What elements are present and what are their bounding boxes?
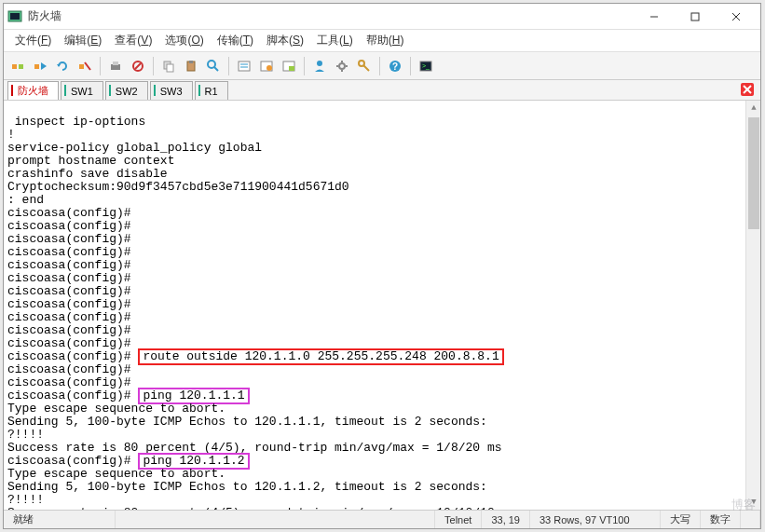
scrollbar[interactable]: ▲ ▼ bbox=[745, 101, 760, 510]
paste-icon[interactable] bbox=[181, 56, 201, 76]
terminal-icon[interactable]: >_ bbox=[416, 56, 436, 76]
reconnect-icon[interactable] bbox=[52, 56, 73, 76]
term-line: Type escape sequence to abort. bbox=[7, 467, 225, 481]
menu-tools[interactable]: 工具(L) bbox=[311, 30, 359, 51]
user-icon[interactable] bbox=[309, 56, 330, 76]
term-line: ciscoasa(config)# bbox=[7, 362, 131, 376]
status-caps: 大写 bbox=[661, 511, 701, 528]
toolbar-separator bbox=[228, 57, 229, 75]
toolbar-separator bbox=[379, 57, 380, 75]
connect-icon[interactable] bbox=[7, 56, 28, 76]
session-options-icon[interactable] bbox=[256, 56, 277, 76]
term-line: ciscoasa(config)# bbox=[7, 323, 131, 337]
term-line: ciscoasa(config)# bbox=[7, 310, 131, 324]
status-end bbox=[741, 511, 760, 528]
scrollbar-thumb[interactable] bbox=[748, 117, 759, 229]
statusbar: 就绪 Telnet 33, 19 33 Rows, 97 VT100 大写 数字 bbox=[4, 510, 760, 528]
svg-point-19 bbox=[208, 61, 215, 68]
term-line: crashinfo save disable bbox=[7, 167, 168, 181]
menu-transfer[interactable]: 传输(T) bbox=[212, 30, 259, 51]
cancel-icon[interactable] bbox=[128, 56, 148, 76]
term-line: ciscoasa(config)# bbox=[7, 336, 131, 350]
highlighted-route-command: route outside 120.1.1.0 255.255.255.248 … bbox=[138, 348, 503, 365]
tab-sw1[interactable]: SW1 bbox=[61, 81, 103, 100]
svg-rect-18 bbox=[189, 61, 193, 63]
minimize-button[interactable] bbox=[634, 4, 675, 30]
svg-point-29 bbox=[339, 63, 345, 69]
term-line: ciscoasa(config)# bbox=[7, 271, 131, 285]
menu-file[interactable]: 文件(F) bbox=[9, 30, 57, 51]
window-controls bbox=[634, 4, 757, 30]
menu-script[interactable]: 脚本(S) bbox=[261, 30, 309, 51]
term-prompt: ciscoasa(config)# bbox=[7, 349, 138, 363]
status-ready: 就绪 bbox=[4, 511, 116, 528]
term-line: ciscoasa(config)# bbox=[7, 297, 131, 311]
status-numlock: 数字 bbox=[701, 511, 741, 528]
copy-icon[interactable] bbox=[158, 56, 179, 76]
svg-rect-12 bbox=[113, 61, 118, 65]
settings-icon[interactable] bbox=[332, 56, 352, 76]
key-icon[interactable] bbox=[354, 56, 375, 76]
menu-help[interactable]: 帮助(H) bbox=[361, 30, 410, 51]
properties-icon[interactable] bbox=[234, 56, 254, 76]
titlebar[interactable]: 防火墙 bbox=[4, 4, 760, 30]
term-line: Type escape sequence to abort. bbox=[7, 402, 225, 416]
tab-sw2[interactable]: SW2 bbox=[105, 81, 148, 100]
tab-firewall[interactable]: 防火墙 bbox=[7, 81, 59, 100]
term-line: prompt hostname context bbox=[7, 154, 174, 168]
term-line: ciscoasa(config)# bbox=[7, 245, 131, 259]
status-cursor-pos: 33, 19 bbox=[482, 511, 530, 528]
term-line: ciscoasa(config)# bbox=[7, 219, 131, 233]
disconnect-icon[interactable] bbox=[75, 56, 95, 76]
term-prompt: ciscoasa(config)# bbox=[7, 389, 138, 402]
maximize-button[interactable] bbox=[675, 4, 716, 30]
find-icon[interactable] bbox=[203, 56, 224, 76]
toolbar-separator bbox=[304, 57, 305, 75]
close-tab-icon[interactable] bbox=[740, 82, 755, 97]
global-options-icon[interactable] bbox=[279, 56, 299, 76]
menubar: 文件(F) 编辑(E) 查看(V) 选项(O) 传输(T) 脚本(S) 工具(L… bbox=[4, 30, 760, 52]
svg-rect-6 bbox=[12, 64, 17, 69]
svg-rect-16 bbox=[167, 64, 173, 72]
status-protocol: Telnet bbox=[435, 511, 482, 528]
term-line: Sending 5, 100-byte ICMP Echos to 120.1.… bbox=[7, 415, 487, 429]
term-prompt: ciscoasa(config)# bbox=[7, 454, 138, 468]
tab-sw3[interactable]: SW3 bbox=[150, 81, 193, 100]
term-line: Success rate is 80 percent (4/5), round-… bbox=[7, 506, 516, 510]
svg-line-20 bbox=[214, 67, 218, 71]
term-line: ciscoasa(config)# bbox=[7, 284, 131, 298]
term-line: : end bbox=[7, 193, 44, 207]
toolbar-separator bbox=[100, 57, 101, 75]
svg-text:>_: >_ bbox=[422, 62, 430, 70]
print-icon[interactable] bbox=[105, 56, 126, 76]
term-line: ?!!!! bbox=[7, 493, 44, 507]
term-line: ! bbox=[7, 128, 15, 142]
quick-connect-icon[interactable] bbox=[30, 56, 50, 76]
menu-options[interactable]: 选项(O) bbox=[159, 30, 209, 51]
session-tabs: 防火墙 SW1 SW2 SW3 R1 bbox=[4, 80, 760, 101]
app-window: 防火墙 文件(F) 编辑(E) 查看(V) 选项(O) 传输(T) 脚本(S) … bbox=[3, 3, 761, 529]
svg-point-25 bbox=[266, 65, 272, 71]
terminal-output[interactable]: inspect ip-options ! service-policy glob… bbox=[4, 101, 760, 510]
window-title: 防火墙 bbox=[28, 8, 634, 24]
term-line: inspect ip-options bbox=[7, 115, 145, 129]
term-line: ciscoasa(config)# bbox=[7, 375, 131, 389]
scroll-up-icon[interactable]: ▲ bbox=[746, 101, 760, 116]
tab-r1[interactable]: R1 bbox=[195, 81, 228, 100]
menu-view[interactable]: 查看(V) bbox=[109, 30, 157, 51]
help-icon[interactable]: ? bbox=[385, 56, 405, 76]
toolbar-separator bbox=[410, 57, 411, 75]
toolbar-separator bbox=[153, 57, 154, 75]
scroll-down-icon[interactable]: ▼ bbox=[746, 495, 760, 510]
term-line: ciscoasa(config)# bbox=[7, 206, 131, 220]
svg-rect-9 bbox=[79, 64, 84, 69]
toolbar: ? >_ bbox=[4, 52, 760, 80]
term-line: ?!!!! bbox=[7, 428, 44, 442]
close-button[interactable] bbox=[716, 4, 757, 30]
term-line: service-policy global_policy global bbox=[7, 141, 262, 155]
term-line: Success rate is 80 percent (4/5), round-… bbox=[7, 441, 502, 455]
menu-edit[interactable]: 编辑(E) bbox=[59, 30, 107, 51]
svg-text:?: ? bbox=[392, 61, 398, 72]
term-line: Sending 5, 100-byte ICMP Echos to 120.1.… bbox=[7, 480, 487, 494]
svg-line-31 bbox=[363, 65, 369, 71]
